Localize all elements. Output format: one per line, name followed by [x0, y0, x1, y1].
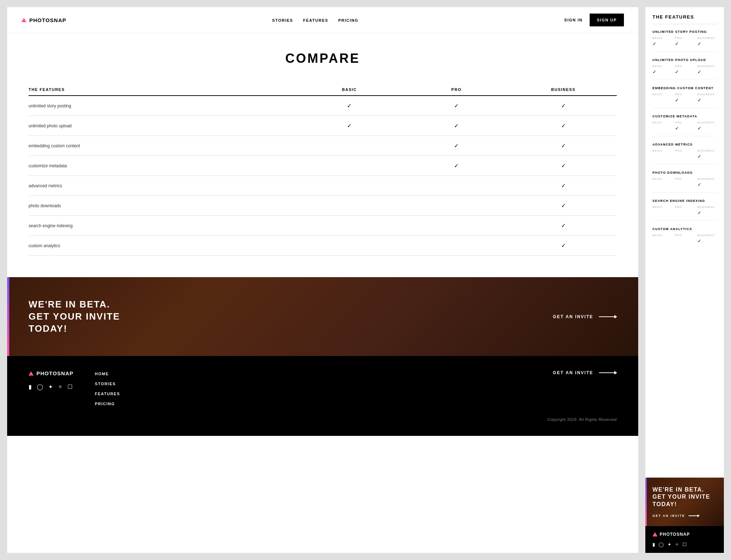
checkmark-icon: ✓ — [454, 143, 459, 149]
youtube-icon[interactable]: ◯ — [37, 383, 43, 390]
checkmark-icon: ✓ — [347, 123, 352, 129]
sidebar-feature-name: UNLIMITED PHOTO UPLOAD — [652, 58, 717, 62]
checkmark-icon: ✓ — [561, 203, 566, 209]
sidebar-twitter-icon[interactable]: ✦ — [667, 542, 671, 547]
sidebar-tier-business: BUSINESS✓ — [697, 205, 717, 215]
sidebar-tier-pro: PRO — [675, 149, 694, 159]
nav-stories[interactable]: STORIES — [272, 18, 293, 22]
instagram-icon[interactable]: ☐ — [67, 383, 72, 390]
sidebar-feature-name: CUSTOM ANALYTICS — [652, 227, 717, 231]
sidebar-tier-label: BUSINESS — [697, 234, 715, 237]
check-basic — [296, 136, 403, 156]
footer-logo-icon — [29, 371, 34, 376]
sidebar-tier-label: BASIC — [652, 149, 663, 152]
footer-nav-features[interactable]: FEATURES — [95, 392, 120, 396]
sidebar-tier-pro: PRO — [675, 177, 694, 187]
sidebar-feature-item: ADVANCED METRICSBASICPROBUSINESS✓ — [652, 143, 717, 164]
sidebar-tier-pro: PRO✓ — [675, 65, 694, 75]
sidebar-tier-label: PRO — [675, 65, 682, 68]
sidebar-tier-basic: BASIC✓ — [652, 36, 672, 46]
sidebar-tier-basic: BASIC — [652, 149, 672, 159]
checkmark-icon: ✓ — [561, 163, 566, 169]
sidebar-tier-label: BASIC — [652, 65, 663, 68]
sidebar-tier-check: ✓ — [697, 154, 701, 159]
sidebar-tier-pro: PRO — [675, 205, 694, 215]
check-pro — [403, 236, 510, 256]
compare-table: THE FEATURES BASIC PRO BUSINESS unlimite… — [29, 84, 617, 256]
sidebar-tier-label: BUSINESS — [697, 177, 715, 180]
sidebar-tier-label: PRO — [675, 177, 682, 180]
footer-nav-stories[interactable]: STORIES — [95, 382, 116, 386]
nav-features[interactable]: FEATURES — [303, 18, 328, 22]
sidebar-feature-item: PHOTO DOWNLOADSBASICPROBUSINESS✓ — [652, 171, 717, 193]
check-business: ✓ — [510, 136, 617, 156]
facebook-icon[interactable]: ▮ — [29, 383, 32, 390]
sidebar-facebook-icon[interactable]: ▮ — [652, 542, 655, 547]
col-pro: PRO — [403, 84, 510, 96]
checkmark-icon: ✓ — [347, 103, 352, 109]
compare-section: COMPARE THE FEATURES BASIC PRO BUSINESS … — [7, 33, 638, 277]
sidebar-tier-check: ✓ — [697, 126, 701, 131]
signup-button[interactable]: SIGN UP — [590, 14, 624, 26]
sidebar-tier-label: BASIC — [652, 36, 663, 40]
sidebar-tier-label: BASIC — [652, 93, 663, 96]
footer-nav-pricing[interactable]: PRICING — [95, 402, 115, 406]
sidebar-tier-business: BUSINESS✓ — [697, 234, 717, 244]
col-basic: BASIC — [296, 84, 403, 96]
nav-pricing[interactable]: PRICING — [338, 18, 358, 22]
sidebar-beta-cta[interactable]: GET AN INVITE — [652, 514, 717, 518]
sidebar-tier-label: BUSINESS — [697, 93, 715, 96]
sidebar-tier-check: ✓ — [697, 238, 701, 244]
twitter-icon[interactable]: ✦ — [48, 383, 53, 390]
sidebar-pinterest-icon[interactable]: ✧ — [675, 542, 679, 547]
footer-nav-home[interactable]: HOME — [95, 372, 109, 376]
pinterest-icon[interactable]: ✧ — [58, 383, 62, 390]
feature-name: advanced metrics — [29, 176, 296, 196]
sidebar-footer: PHOTOSNAP ▮ ◯ ✦ ✧ ☐ — [645, 526, 724, 553]
compare-title: COMPARE — [29, 51, 617, 66]
check-business: ✓ — [510, 96, 617, 116]
sidebar-feature-name: CUSTOMIZE METADATA — [652, 114, 717, 118]
sidebar-tier-check: ✓ — [675, 41, 679, 46]
beta-cta[interactable]: GET AN INVITE — [553, 314, 617, 319]
sidebar-instagram-icon[interactable]: ☐ — [682, 542, 687, 547]
sidebar-tier-check: ✓ — [697, 182, 701, 187]
brand-name: PHOTOSNAP — [29, 17, 66, 23]
sidebar-tier-check: ✓ — [652, 69, 656, 75]
logo[interactable]: PHOTOSNAP — [21, 17, 66, 23]
beta-cta-text: GET AN INVITE — [553, 314, 593, 319]
beta-content: WE'RE IN BETA.GET YOUR INVITETODAY! — [29, 299, 553, 335]
check-pro: ✓ — [403, 116, 510, 136]
sidebar-youtube-icon[interactable]: ◯ — [659, 542, 664, 547]
sidebar-features-title: THE FEATURES — [652, 14, 717, 20]
check-pro — [403, 196, 510, 216]
footer-bottom: Copyright 2019. All Rights Reserved — [29, 414, 617, 422]
sidebar-feature-tiers: BASICPROBUSINESS✓ — [652, 177, 717, 187]
sidebar-tier-label: PRO — [675, 36, 682, 40]
sidebar-tier-label: BUSINESS — [697, 149, 715, 152]
footer-invite[interactable]: GET AN INVITE — [553, 370, 617, 375]
sidebar-tier-business: BUSINESS✓ — [697, 93, 717, 103]
checkmark-icon: ✓ — [561, 183, 566, 189]
checkmark-icon: ✓ — [561, 223, 566, 229]
check-basic — [296, 236, 403, 256]
sidebar-tier-basic: BASIC — [652, 177, 672, 187]
signin-link[interactable]: SIGN IN — [564, 18, 583, 22]
sidebar-footer-social-icons: ▮ ◯ ✦ ✧ ☐ — [652, 542, 717, 547]
sidebar-feature-item: UNLIMITED STORY POSTINGBASIC✓PRO✓BUSINES… — [652, 30, 717, 52]
check-basic — [296, 216, 403, 236]
check-pro — [403, 176, 510, 196]
sidebar-tier-check: ✓ — [697, 69, 701, 75]
sidebar-tier-basic: BASIC — [652, 93, 672, 103]
check-business: ✓ — [510, 116, 617, 136]
check-basic: ✓ — [296, 116, 403, 136]
table-row: unlimited story posting✓✓✓ — [29, 96, 617, 116]
check-basic — [296, 176, 403, 196]
footer-brand-name: PHOTOSNAP — [36, 370, 74, 376]
sidebar-feature-item: EMBEDDING CUSTOM CONTENTBASICPRO✓BUSINES… — [652, 86, 717, 108]
sidebar-tier-pro: PRO✓ — [675, 93, 694, 103]
sidebar-panel: THE FEATURES UNLIMITED STORY POSTINGBASI… — [645, 7, 724, 553]
footer-copyright: Copyright 2019. All Rights Reserved — [548, 417, 617, 422]
nav-links: STORIES FEATURES PRICING — [272, 17, 358, 23]
table-row: search engine indexing✓ — [29, 216, 617, 236]
